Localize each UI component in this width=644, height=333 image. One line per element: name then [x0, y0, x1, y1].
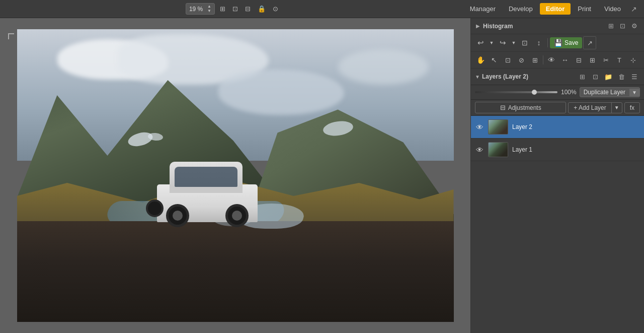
canvas-image — [17, 29, 454, 322]
canvas-area — [0, 18, 470, 333]
histogram-view-btn[interactable]: ⊡ — [618, 21, 627, 31]
grid-tool[interactable]: ⊟ — [572, 53, 585, 66]
lasso-tool[interactable]: ⊡ — [501, 53, 514, 66]
zoom-control[interactable]: 19 % ▲ ▼ — [186, 3, 215, 15]
histogram-layout-btn[interactable]: ⊞ — [607, 21, 615, 31]
line-tool[interactable]: ⊘ — [515, 53, 528, 66]
frame-btn[interactable]: ⊡ — [230, 4, 240, 14]
action-buttons-row: ⊟ Adjustments + Add Layer ▼ fx — [471, 100, 644, 116]
export-btn[interactable]: ↗ — [583, 36, 596, 49]
duplicate-layer-arrow[interactable]: ▼ — [629, 89, 639, 96]
redo-btn[interactable]: ↪ — [496, 36, 509, 49]
info-btn[interactable]: ⊙ — [271, 4, 280, 14]
grid-view-btn[interactable]: ⊞ — [218, 4, 227, 14]
right-panel: ▶ Histogram ⊞ ⊡ ⚙ ↩ ▼ ↪ ▼ ⊡ ↕ 💾 Save — [470, 18, 644, 333]
paint-tool[interactable]: ✂ — [599, 53, 612, 66]
layer1-thumbnail — [488, 142, 508, 157]
nav-print[interactable]: Print — [572, 3, 597, 15]
layer2-visibility-eye[interactable]: 👁 — [475, 122, 484, 131]
save-button[interactable]: 💾 Save — [550, 37, 582, 48]
layers-tool[interactable]: ⊞ — [586, 53, 599, 66]
nav-develop[interactable]: Develop — [503, 3, 539, 15]
duplicate-layer-label: Duplicate Layer — [580, 88, 629, 97]
nav-video[interactable]: Video — [598, 3, 627, 15]
layers-collapse-arrow[interactable]: ▼ — [475, 74, 480, 80]
layers-header: ▼ Layers (Layer 2) ⊞ ⊡ 📁 🗑 ☰ — [471, 69, 644, 85]
tool-icons-row: ✋ ↖ ⊡ ⊘ ⊞ 👁 ↔ ⊟ ⊞ ✂ T ⊹ — [471, 52, 644, 69]
delete-layer-btn[interactable]: 🗑 — [616, 71, 627, 82]
split-view-btn[interactable]: ⊟ — [243, 4, 253, 14]
canvas-corner-marker — [8, 33, 14, 39]
duplicate-layer-icon-btn[interactable]: ⊞ — [577, 71, 588, 82]
editor-toolbar: ↩ ▼ ↪ ▼ ⊡ ↕ 💾 Save ↗ — [471, 34, 644, 52]
straighten-btn[interactable]: ↕ — [532, 36, 545, 49]
layer-item-2[interactable]: 👁 Layer 2 — [471, 116, 644, 139]
opacity-value: 100% — [560, 89, 577, 96]
layers-title: Layers (Layer 2) — [482, 73, 575, 80]
add-layer-button[interactable]: + Add Layer — [569, 103, 611, 113]
select-tool[interactable]: ↖ — [488, 53, 501, 66]
layer1-visibility-eye[interactable]: 👁 — [475, 145, 484, 154]
vehicle — [157, 169, 258, 227]
extra-tool[interactable]: ⊹ — [626, 53, 639, 66]
export-icon[interactable]: ↗ — [628, 3, 640, 15]
layer1-name: Layer 1 — [512, 146, 640, 153]
histogram-label: Histogram — [483, 23, 604, 30]
layers-list: 👁 Layer 2 👁 Layer 1 — [471, 116, 644, 333]
layer-item-1[interactable]: 👁 Layer 1 — [471, 139, 644, 161]
text-tool[interactable]: T — [613, 53, 626, 66]
histogram-section: ▶ Histogram ⊞ ⊡ ⚙ — [471, 18, 644, 34]
zoom-arrows[interactable]: ▲ ▼ — [207, 5, 211, 14]
layer2-thumbnail — [488, 119, 508, 135]
new-layer-btn[interactable]: ⊡ — [590, 71, 601, 82]
lock-btn[interactable]: 🔒 — [256, 4, 268, 14]
nav-editor[interactable]: Editor — [540, 3, 571, 15]
opacity-slider[interactable] — [475, 91, 557, 93]
opacity-duplicate-row: 100% Duplicate Layer ▼ — [471, 85, 644, 100]
hand-tool[interactable]: ✋ — [474, 53, 487, 66]
histogram-settings-btn[interactable]: ⚙ — [630, 21, 639, 31]
undo-btn[interactable]: ↩ — [474, 36, 487, 49]
adjustments-icon: ⊟ — [500, 104, 506, 111]
zoom-value: 19 % — [189, 6, 205, 13]
eye-dropper-tool[interactable]: 👁 — [545, 53, 558, 66]
app-nav: Manager Develop Editor Print Video ↗ — [464, 3, 640, 15]
move-tool[interactable]: ↔ — [558, 53, 572, 66]
nav-manager[interactable]: Manager — [464, 3, 502, 15]
layers-menu-btn[interactable]: ☰ — [629, 71, 640, 82]
crop-btn[interactable]: ⊡ — [518, 36, 531, 49]
redo-arrow[interactable]: ▼ — [510, 36, 517, 49]
undo-arrow[interactable]: ▼ — [488, 36, 495, 49]
duplicate-layer-dropdown[interactable]: Duplicate Layer ▼ — [580, 87, 640, 97]
shape-tool[interactable]: ⊞ — [528, 53, 541, 66]
histogram-collapse-arrow[interactable]: ▶ — [476, 23, 480, 29]
adjustments-button[interactable]: ⊟ Adjustments — [475, 102, 566, 113]
group-layer-btn[interactable]: 📁 — [603, 71, 614, 82]
layer2-name: Layer 2 — [512, 123, 640, 130]
add-layer-dropdown-arrow[interactable]: ▼ — [611, 103, 622, 113]
fx-button[interactable]: fx — [624, 102, 640, 113]
